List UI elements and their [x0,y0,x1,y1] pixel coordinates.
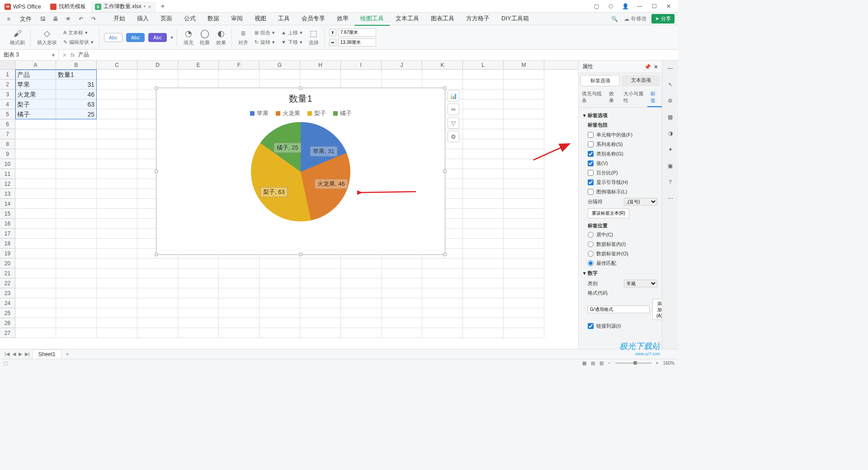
row-header[interactable]: 27 [0,328,15,338]
row-header[interactable]: 2 [0,80,15,89]
cell[interactable]: 橘子 [15,109,56,119]
cell[interactable] [259,278,300,288]
cell[interactable] [56,288,97,298]
cell[interactable] [463,199,504,209]
row-header[interactable]: 16 [0,219,15,229]
cell[interactable]: 苹果 [15,80,56,89]
cell[interactable] [97,169,137,179]
cell[interactable] [463,298,504,308]
cell[interactable] [178,318,219,328]
chart-type-button[interactable]: 📊 [448,90,459,102]
cell[interactable] [341,278,382,288]
cb-percent[interactable] [588,170,594,176]
cell[interactable] [56,278,97,288]
cell[interactable] [504,129,544,139]
reset-label-button[interactable]: 重设标签文本(R) [588,208,629,218]
cell[interactable] [15,298,56,308]
cell[interactable] [56,209,97,219]
col-header-L[interactable]: L [463,61,504,69]
cell[interactable] [97,239,137,249]
sparkle-icon[interactable]: ✦ [665,145,675,155]
cell[interactable] [178,278,219,288]
layers-icon[interactable]: ▦ [665,112,675,122]
cell[interactable] [15,308,56,318]
cell[interactable] [97,219,137,229]
cell[interactable] [137,288,178,298]
zoom-in-icon[interactable]: + [656,361,659,366]
cell[interactable] [382,308,422,318]
cell[interactable] [56,199,97,209]
cell[interactable] [463,129,504,139]
group-button[interactable]: ⊞ 组合 ▾ [253,28,277,37]
col-header-B[interactable]: B [56,61,97,69]
cell[interactable] [422,308,463,318]
row-header[interactable]: 12 [0,179,15,189]
sheet-prev-icon[interactable]: ◀ [11,351,17,357]
cell[interactable] [97,249,137,258]
cell[interactable] [300,70,341,80]
menu-tab-DIY工具箱[interactable]: DIY工具箱 [495,12,535,26]
menu-tab-开始[interactable]: 开始 [108,12,131,26]
cell[interactable] [56,229,97,239]
subtab-标签[interactable]: 标签 [647,88,662,107]
cell[interactable] [382,278,422,288]
cell[interactable] [463,169,504,179]
cell[interactable] [97,288,137,298]
cell[interactable] [504,239,544,249]
cell[interactable] [463,89,504,99]
cell[interactable] [382,318,422,328]
cell[interactable] [15,199,56,209]
cell[interactable] [15,159,56,169]
subtab-填充与线条[interactable]: 填充与线条 [579,88,606,107]
cell[interactable] [422,318,463,328]
cell[interactable] [56,189,97,199]
cell[interactable] [504,219,544,229]
cell[interactable] [15,169,56,179]
name-box[interactable]: 图表 3 ▾ [0,50,59,60]
cell[interactable] [15,318,56,328]
cell[interactable] [463,239,504,249]
menu-tab-页面[interactable]: 页面 [155,12,178,26]
cell[interactable] [422,288,463,298]
menu-tab-工具[interactable]: 工具 [272,12,296,26]
cell[interactable] [56,119,97,129]
cell[interactable] [56,219,97,229]
rb-inside[interactable] [588,241,594,247]
cube-icon[interactable]: ⬡ [607,2,615,10]
row-header[interactable]: 26 [0,318,15,328]
cell[interactable] [341,328,382,338]
cell[interactable] [504,318,544,328]
print-icon[interactable]: 🖶 [51,14,61,24]
cell[interactable] [341,288,382,298]
cell[interactable] [137,268,178,278]
cell[interactable] [56,139,97,149]
cell[interactable] [504,119,544,129]
col-header-D[interactable]: D [137,61,178,69]
zoom-slider[interactable] [615,362,651,364]
cell[interactable] [463,179,504,189]
cell[interactable] [341,70,382,80]
cell[interactable] [422,298,463,308]
add-sheet-button[interactable]: + [63,351,72,357]
cell[interactable] [422,268,463,278]
undo-icon[interactable]: ↶ [76,14,86,24]
style-preset-2[interactable]: Abc [126,33,145,42]
cell[interactable] [341,308,382,318]
row-header[interactable]: 11 [0,169,15,179]
cell[interactable] [504,169,544,179]
tab-text-options[interactable]: 文本选项 [622,75,660,86]
cell[interactable] [504,70,544,80]
sheet-first-icon[interactable]: |◀ [4,351,10,357]
section-label-options[interactable]: ▾ 标签选项 [583,110,657,121]
cell[interactable] [15,229,56,239]
cell[interactable] [463,278,504,288]
rotate-button[interactable]: ↻ 旋转 ▾ [253,38,277,47]
cell[interactable] [463,258,504,268]
title-tab-workbook[interactable]: S 工作簿数量.xlsx • × [90,1,156,12]
cell[interactable] [56,129,97,139]
row-header[interactable]: 24 [0,298,15,308]
cell[interactable] [15,139,56,149]
menu-tab-公式[interactable]: 公式 [178,12,202,26]
cell[interactable] [137,258,178,268]
col-header-F[interactable]: F [219,61,259,69]
